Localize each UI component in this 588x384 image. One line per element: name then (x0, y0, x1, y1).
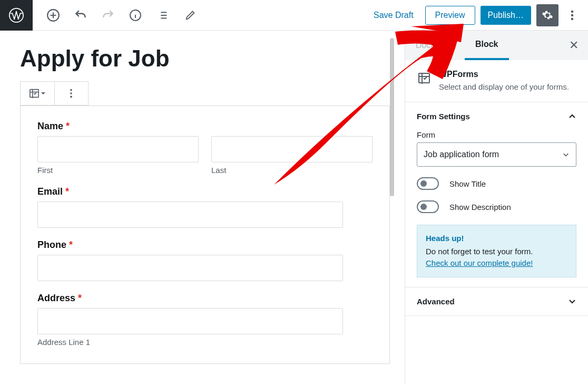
callout-link[interactable]: Check out our complete guide! (426, 258, 533, 267)
sublabel-first: First (37, 166, 199, 175)
input-email[interactable] (37, 201, 343, 228)
toggle-show-title[interactable] (417, 177, 439, 190)
undo-icon[interactable] (70, 4, 92, 26)
toggle-show-description[interactable] (417, 200, 439, 213)
panel-header-advanced[interactable]: Advanced (417, 297, 576, 306)
toggle-show-desc-row: Show Description (417, 200, 576, 213)
content-area: Apply for Job Name * First (0, 31, 588, 384)
svg-point-8 (70, 92, 72, 94)
wp-logo[interactable] (0, 0, 33, 31)
edit-icon[interactable] (179, 4, 201, 26)
panel-header-form-settings[interactable]: Form Settings (417, 112, 576, 121)
toggle-show-desc-label: Show Description (449, 203, 511, 212)
input-first-name[interactable] (37, 136, 199, 162)
close-icon[interactable]: ✕ (569, 39, 588, 52)
editor-main: Apply for Job Name * First (0, 31, 405, 384)
block-intro-title: WPForms (439, 70, 569, 79)
label-address: Address * (37, 293, 373, 304)
sidebar-tabs: Document Block ✕ (405, 31, 588, 60)
callout-heads-up: Heads up! Do not forget to test your for… (417, 225, 576, 277)
input-phone[interactable] (37, 255, 343, 281)
field-phone: Phone * (37, 239, 373, 281)
svg-point-7 (70, 89, 72, 91)
svg-point-3 (571, 10, 574, 13)
input-last-name[interactable] (211, 136, 373, 162)
settings-button[interactable] (536, 4, 558, 26)
label-form-select: Form (417, 130, 576, 139)
save-draft-button[interactable]: Save Draft (367, 6, 420, 24)
form-select[interactable]: Job application form (417, 142, 576, 167)
publish-button[interactable]: Publish… (481, 6, 531, 25)
preview-button[interactable]: Preview (425, 6, 475, 25)
label-email: Email * (37, 186, 373, 197)
toolbar-left (33, 4, 201, 26)
toolbar-right: Save Draft Preview Publish… (367, 4, 588, 26)
svg-point-9 (70, 96, 72, 98)
scrollbar[interactable] (390, 38, 394, 196)
block-intro-desc: Select and display one of your forms. (439, 81, 569, 92)
svg-point-0 (9, 8, 23, 22)
toggle-show-title-label: Show Title (449, 179, 486, 188)
tab-block[interactable]: Block (465, 31, 509, 60)
svg-point-5 (571, 17, 574, 20)
more-menu-icon[interactable] (564, 4, 581, 26)
sublabel-last: Last (211, 166, 373, 175)
block-type-icon[interactable] (21, 82, 55, 105)
block-more-icon[interactable] (55, 82, 89, 105)
block-intro: WPForms Select and display one of your f… (405, 60, 588, 102)
label-name: Name * (37, 121, 373, 132)
redo-icon (97, 4, 119, 26)
input-address-1[interactable] (37, 308, 343, 334)
form-preview: Name * First Last Email * Phone * (20, 105, 390, 364)
sublabel-addr1: Address Line 1 (37, 338, 373, 347)
field-email: Email * (37, 186, 373, 228)
outline-icon[interactable] (152, 4, 174, 26)
field-name: Name * First Last (37, 121, 373, 175)
label-phone: Phone * (37, 239, 373, 251)
svg-point-4 (571, 14, 574, 16)
page-title[interactable]: Apply for Job (20, 45, 392, 72)
toggle-show-title-row: Show Title (417, 177, 576, 190)
add-block-icon[interactable] (42, 4, 64, 26)
info-icon[interactable] (124, 4, 146, 26)
tab-document[interactable]: Document (405, 31, 465, 60)
panel-form-settings: Form Settings Form Job application form … (405, 102, 588, 287)
field-address: Address * Address Line 1 (37, 293, 373, 347)
editor-top-bar: Save Draft Preview Publish… (0, 0, 588, 31)
block-toolbar (20, 81, 89, 105)
settings-sidebar: Document Block ✕ WPForms Select and disp… (405, 31, 588, 384)
wpforms-icon (417, 71, 432, 85)
panel-advanced: Advanced (405, 287, 588, 316)
